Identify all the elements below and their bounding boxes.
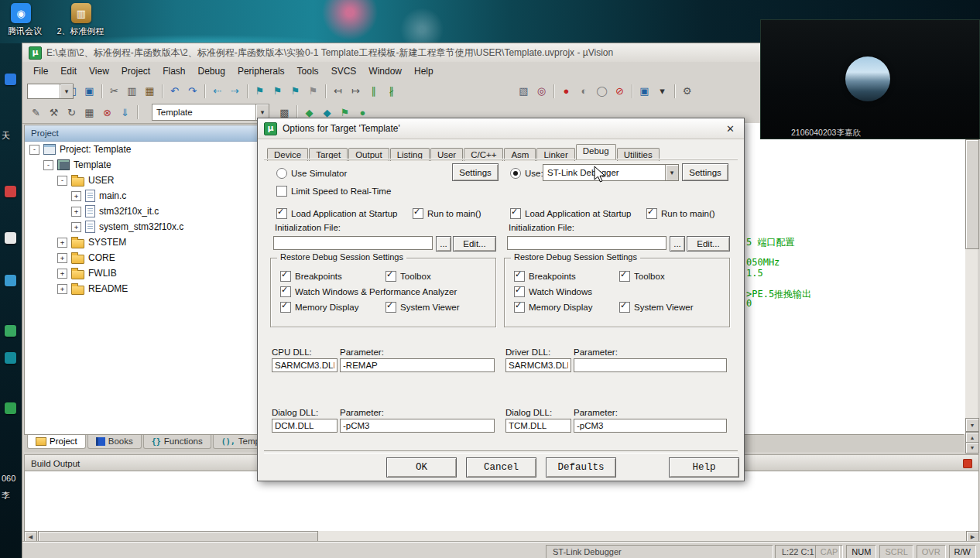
find-in-files-icon[interactable]: ▧	[516, 83, 532, 99]
horizontal-scrollbar[interactable]: ◀ ▶	[24, 531, 979, 542]
paste-icon[interactable]: ▦	[142, 83, 158, 99]
cpu-dll-input[interactable]	[272, 358, 338, 372]
menu-flash[interactable]: Flash	[156, 63, 191, 79]
redo-icon[interactable]: ↷	[184, 83, 200, 99]
dialog-parameter-input-left[interactable]	[340, 419, 495, 433]
target-select[interactable]: Template ▾	[152, 104, 269, 121]
dialog-dll-input-right[interactable]	[505, 419, 571, 433]
watch-windows-icon[interactable]: ▣	[636, 83, 653, 99]
insert-bookmark-icon[interactable]: ⚑	[252, 83, 268, 99]
cut-icon[interactable]: ✂	[106, 83, 122, 99]
tree-item-main-c[interactable]: + main.c	[25, 188, 259, 204]
project-panel-header[interactable]: Project	[25, 125, 259, 142]
prev-bookmark-icon[interactable]: ⚑	[269, 83, 286, 99]
menu-window[interactable]: Window	[362, 63, 408, 79]
desktop-icon[interactable]	[5, 352, 16, 364]
undo-icon[interactable]: ↶	[166, 83, 183, 99]
save-all-icon[interactable]: ▣	[81, 83, 98, 99]
toolbox-right-checkbox[interactable]: Toolbox	[619, 270, 665, 282]
tree-item-group-readme[interactable]: + README	[25, 281, 259, 296]
tree-item-root[interactable]: - Project: Template	[25, 142, 259, 157]
menu-peripherals[interactable]: Peripherals	[231, 63, 291, 79]
cancel-button[interactable]: Cancel	[466, 457, 536, 478]
cpu-parameter-input[interactable]	[340, 358, 495, 372]
scrollbar-thumb[interactable]	[965, 139, 979, 249]
expander-icon[interactable]: -	[29, 145, 39, 155]
edit-left-button[interactable]: Edit...	[453, 236, 496, 252]
menu-view[interactable]: View	[83, 63, 115, 79]
build-icon[interactable]: ⚒	[46, 104, 62, 121]
menu-file[interactable]: File	[27, 63, 54, 79]
browse-right-button[interactable]: ...	[670, 236, 685, 252]
tree-item-group-system[interactable]: + SYSTEM	[25, 234, 259, 250]
translate-file-icon[interactable]: ✎	[28, 104, 44, 121]
expander-icon[interactable]: +	[57, 253, 67, 263]
breakpoints-left-checkbox[interactable]: Breakpoints	[280, 270, 342, 282]
tree-item-target-template[interactable]: - Template	[25, 157, 259, 173]
chevron-down-icon[interactable]: ▾	[654, 83, 670, 99]
close-icon[interactable]	[963, 459, 972, 468]
menu-svcs[interactable]: SVCS	[325, 63, 363, 79]
kill-breakpoints-icon[interactable]: ⊘	[612, 83, 628, 99]
tencent-meeting-icon[interactable]: ◉	[11, 3, 31, 23]
edit-right-button[interactable]: Edit...	[687, 236, 730, 252]
menu-edit[interactable]: Edit	[54, 63, 83, 79]
scroll-down-icon[interactable]: ▼	[965, 418, 979, 432]
expander-icon[interactable]: +	[71, 207, 81, 217]
vertical-scrollbar[interactable]: ▲ ▼	[965, 123, 978, 432]
tree-item-group-user[interactable]: - USER	[25, 173, 259, 188]
watch-windows-left-checkbox[interactable]: Watch Windows & Performance Analyzer	[280, 286, 457, 297]
toolbox-left-checkbox[interactable]: Toolbox	[385, 270, 431, 282]
driver-parameter-input[interactable]	[574, 358, 727, 372]
system-viewer-right-checkbox[interactable]: System Viewer	[619, 301, 693, 313]
download-icon[interactable]: ⇓	[117, 104, 133, 121]
settings-right-button[interactable]: Settings	[682, 163, 728, 181]
tree-item-system-stm32f10x-c[interactable]: + system_stm32f10x.c	[25, 219, 259, 234]
help-button[interactable]: Help	[669, 457, 739, 478]
desktop-icon[interactable]	[5, 325, 16, 337]
tree-item-group-core[interactable]: + CORE	[25, 250, 259, 265]
use-debugger-radio[interactable]: Use:	[510, 167, 543, 179]
box-folder-icon[interactable]: ▥	[71, 3, 91, 23]
desktop-icon[interactable]	[5, 186, 16, 197]
rebuild-icon[interactable]: ↻	[63, 104, 80, 121]
navigate-forward-icon[interactable]: ⇢	[227, 83, 243, 99]
disable-breakpoints-icon[interactable]: ◯	[594, 83, 610, 99]
menu-debug[interactable]: Debug	[192, 63, 231, 79]
expander-icon[interactable]: +	[57, 284, 67, 294]
uncomment-icon[interactable]: ∦	[383, 83, 399, 99]
system-viewer-left-checkbox[interactable]: System Viewer	[385, 301, 459, 313]
expander-icon[interactable]: +	[71, 222, 81, 232]
comment-icon[interactable]: ∥	[365, 83, 382, 99]
insert-breakpoint-icon[interactable]: ●	[558, 83, 574, 99]
menu-help[interactable]: Help	[408, 63, 440, 79]
limit-speed-checkbox[interactable]: Limit Speed to Real-Time	[276, 185, 391, 197]
expander-icon[interactable]: +	[57, 238, 67, 248]
menu-tools[interactable]: Tools	[291, 63, 325, 79]
desktop-icon[interactable]	[5, 74, 16, 85]
watch-windows-right-checkbox[interactable]: Watch Windows	[514, 286, 592, 297]
tab-functions[interactable]: {} Functions	[143, 435, 211, 449]
expander-icon[interactable]: +	[57, 269, 67, 279]
next-bookmark-icon[interactable]: ⚑	[287, 83, 303, 99]
use-simulator-radio[interactable]: Use Simulator	[276, 167, 347, 179]
load-application-left-checkbox[interactable]: Load Application at Startup	[276, 207, 397, 219]
browse-left-button[interactable]: ...	[436, 236, 451, 252]
init-file-input-right[interactable]	[507, 236, 666, 250]
webcam-overlay[interactable]: 2106040203李嘉欣	[760, 19, 980, 139]
stop-build-icon[interactable]: ⊗	[99, 104, 115, 121]
find-icon[interactable]: ◎	[533, 83, 550, 99]
driver-dll-input[interactable]	[505, 358, 571, 372]
tab-books[interactable]: Books	[87, 435, 142, 449]
configure-target-icon[interactable]: ⚙	[679, 83, 695, 99]
dialog-dll-input-left[interactable]	[272, 419, 338, 433]
run-to-main-right-checkbox[interactable]: Run to main()	[646, 207, 715, 219]
tab-debug[interactable]: Debug	[576, 144, 616, 159]
desktop-icon[interactable]	[5, 275, 16, 286]
ok-button[interactable]: OK	[386, 457, 457, 478]
copy-icon[interactable]: ▥	[124, 83, 140, 99]
tree-item-group-fwlib[interactable]: + FWLIB	[25, 265, 259, 281]
defaults-button[interactable]: Defaults	[546, 457, 616, 478]
expander-icon[interactable]: -	[57, 176, 67, 186]
batch-build-icon[interactable]: ▦	[81, 104, 98, 121]
